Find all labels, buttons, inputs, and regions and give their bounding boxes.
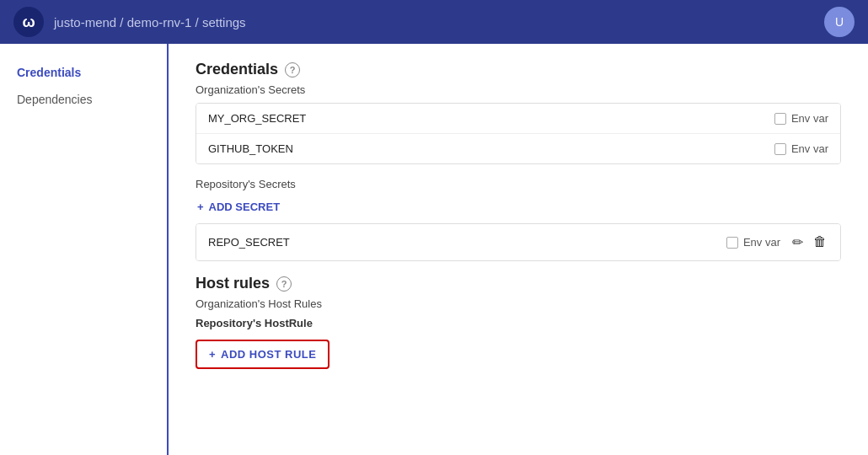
table-row: REPO_SECRET Env var ✏ 🗑 — [196, 224, 840, 260]
repo-secrets-label: Repository's Secrets — [196, 178, 841, 190]
credentials-help-icon[interactable]: ? — [285, 62, 300, 78]
app-header: ω justo-mend / demo-rnv-1 / settings U — [0, 0, 868, 44]
repo-host-rule-label: Repository's HostRule — [196, 317, 841, 329]
header-left: ω justo-mend / demo-rnv-1 / settings — [13, 7, 246, 37]
host-rules-title: Host rules ? — [196, 275, 841, 292]
org-host-rules-label: Organization's Host Rules — [196, 297, 841, 310]
table-row: GITHUB_TOKEN Env var — [196, 134, 840, 163]
org-secrets-table: MY_ORG_SECRET Env var GITHUB_TOKEN Env v… — [196, 103, 841, 164]
host-rules-section: Host rules ? Organization's Host Rules R… — [196, 275, 841, 369]
host-rules-help-icon[interactable]: ? — [276, 276, 292, 292]
edit-icon[interactable]: ✏ — [790, 233, 805, 252]
plus-icon: + — [197, 201, 204, 213]
secret-name: MY_ORG_SECRET — [208, 112, 774, 125]
sidebar-item-credentials[interactable]: Credentials — [13, 61, 153, 84]
secret-name: REPO_SECRET — [208, 236, 726, 249]
secret-name: GITHUB_TOKEN — [208, 142, 774, 155]
delete-icon[interactable]: 🗑 — [812, 233, 828, 252]
credentials-title: Credentials ? — [196, 61, 841, 78]
add-host-rule-button[interactable]: + ADD HOST RULE — [196, 340, 330, 369]
action-icons: ✏ 🗑 — [790, 233, 828, 252]
env-var-checkbox[interactable] — [774, 143, 786, 155]
org-secrets-label: Organization's Secrets — [196, 83, 841, 96]
env-var-group: Env var — [774, 112, 828, 125]
add-secret-button[interactable]: + ADD SECRET — [196, 197, 841, 217]
repo-secrets-table: REPO_SECRET Env var ✏ 🗑 — [196, 223, 841, 261]
breadcrumb: justo-mend / demo-rnv-1 / settings — [54, 15, 246, 29]
env-var-checkbox[interactable] — [726, 237, 738, 249]
table-row: MY_ORG_SECRET Env var — [196, 104, 840, 134]
main-layout: Credentials Dependencies Credentials ? O… — [0, 44, 868, 455]
sidebar-item-dependencies[interactable]: Dependencies — [13, 88, 153, 111]
env-var-checkbox[interactable] — [774, 113, 786, 125]
env-var-group: Env var — [774, 142, 828, 155]
main-content: Credentials ? Organization's Secrets MY_… — [169, 44, 868, 455]
plus-icon: + — [209, 348, 216, 361]
env-var-group: Env var — [726, 236, 780, 249]
sidebar: Credentials Dependencies — [0, 44, 169, 455]
avatar[interactable]: U — [824, 7, 855, 37]
logo[interactable]: ω — [13, 7, 44, 37]
